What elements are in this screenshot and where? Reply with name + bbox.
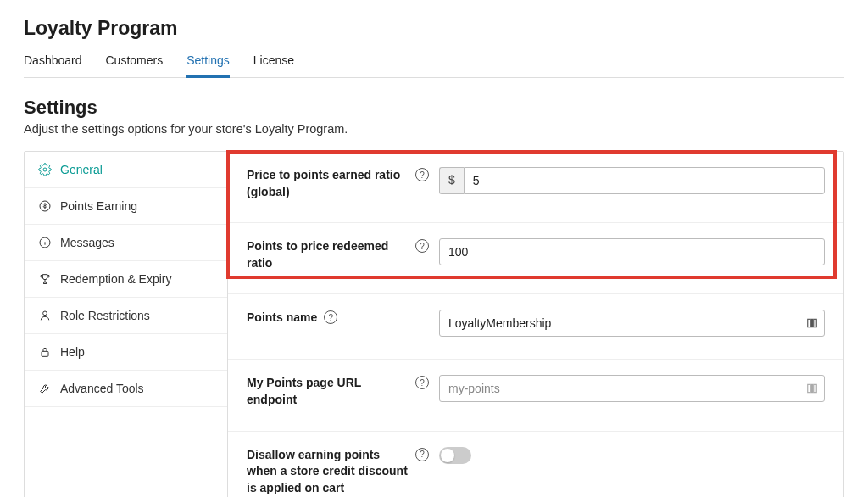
- section-title: Settings: [24, 97, 844, 119]
- disallow-toggle[interactable]: [439, 447, 471, 464]
- points-name-input[interactable]: [439, 310, 825, 337]
- settings-content: Price to points earned ratio (global) ? …: [228, 152, 843, 497]
- sidebar-item-label: Messages: [60, 236, 114, 249]
- user-icon: [38, 309, 52, 322]
- sidebar-item-label: Advanced Tools: [60, 382, 144, 395]
- help-icon[interactable]: ?: [324, 310, 337, 324]
- sidebar-item-redemption[interactable]: Redemption & Expiry: [25, 261, 227, 298]
- sidebar-item-advanced[interactable]: Advanced Tools: [25, 371, 227, 407]
- lock-icon: [38, 345, 52, 359]
- setting-points-name: Points name ?: [228, 294, 843, 360]
- trophy-icon: [38, 272, 52, 286]
- svg-rect-9: [811, 320, 812, 327]
- setting-label: Price to points earned ratio (global): [247, 167, 409, 200]
- setting-label: Points to price redeemed ratio: [247, 238, 409, 271]
- sidebar-item-messages[interactable]: Messages: [25, 225, 227, 261]
- sidebar-item-label: General: [60, 163, 103, 176]
- svg-rect-12: [811, 385, 812, 393]
- dollar-icon: [38, 199, 52, 213]
- tab-license[interactable]: License: [253, 48, 294, 78]
- svg-rect-13: [814, 385, 817, 393]
- tab-customers[interactable]: Customers: [106, 48, 164, 78]
- svg-rect-7: [42, 351, 48, 356]
- currency-prefix: $: [439, 167, 464, 194]
- svg-rect-11: [808, 385, 811, 393]
- help-icon[interactable]: ?: [415, 448, 429, 461]
- info-icon: [38, 236, 52, 249]
- sidebar-item-label: Role Restrictions: [60, 309, 150, 322]
- help-icon[interactable]: ?: [415, 376, 429, 389]
- sidebar-item-role[interactable]: Role Restrictions: [25, 298, 227, 334]
- setting-disallow: Disallow earning points when a store cre…: [228, 432, 843, 497]
- section-description: Adjust the settings options for your sto…: [24, 122, 844, 136]
- tab-settings[interactable]: Settings: [186, 48, 230, 78]
- gear-icon: [38, 163, 52, 176]
- settings-sidebar: General Points Earning Messages Redempti…: [25, 152, 228, 497]
- svg-point-0: [43, 168, 47, 171]
- setting-price-to-points: Price to points earned ratio (global) ? …: [228, 152, 843, 223]
- svg-point-6: [43, 311, 47, 316]
- price-to-points-input[interactable]: [464, 167, 825, 194]
- svg-rect-10: [814, 320, 817, 327]
- translate-icon[interactable]: [806, 317, 818, 329]
- settings-panel: General Points Earning Messages Redempti…: [24, 151, 844, 497]
- sidebar-item-label: Points Earning: [60, 199, 137, 213]
- points-to-price-input[interactable]: [439, 238, 825, 265]
- sidebar-item-label: Redemption & Expiry: [60, 272, 172, 286]
- help-icon[interactable]: ?: [415, 168, 429, 181]
- sidebar-item-points-earning[interactable]: Points Earning: [25, 188, 227, 225]
- setting-label: My Points page URL endpoint: [247, 375, 409, 408]
- translate-icon[interactable]: [806, 383, 818, 394]
- setting-label: Points name: [247, 310, 317, 327]
- setting-url-endpoint: My Points page URL endpoint ?: [228, 360, 843, 431]
- page-title: Loyalty Program: [24, 17, 844, 40]
- svg-rect-8: [808, 320, 811, 327]
- setting-points-to-price: Points to price redeemed ratio ?: [228, 223, 843, 294]
- sidebar-item-label: Help: [60, 345, 85, 359]
- tab-dashboard[interactable]: Dashboard: [24, 48, 82, 78]
- sidebar-item-help[interactable]: Help: [25, 334, 227, 371]
- help-icon[interactable]: ?: [415, 239, 429, 253]
- tabs-nav: Dashboard Customers Settings License: [24, 48, 844, 78]
- url-endpoint-input[interactable]: [439, 375, 825, 402]
- sidebar-item-general[interactable]: General: [25, 152, 227, 188]
- setting-label: Disallow earning points when a store cre…: [247, 447, 409, 497]
- wrench-icon: [38, 382, 52, 395]
